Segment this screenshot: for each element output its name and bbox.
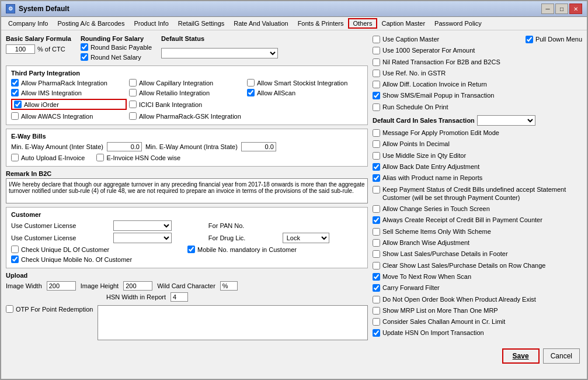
- show-sms-email-checkbox[interactable]: [373, 92, 380, 99]
- allow-change-series-checkbox[interactable]: [373, 205, 380, 213]
- allow-branch-wise-checkbox[interactable]: [373, 239, 380, 247]
- allow-allscan-checkbox[interactable]: [247, 89, 255, 96]
- drug-lic-dropdown[interactable]: Lock: [283, 233, 329, 243]
- allow-branch-wise-row: Allow Branch Wise Adjustment: [373, 239, 582, 247]
- use-caption-master-checkbox[interactable]: [373, 36, 380, 43]
- mobile-mandatory-checkbox[interactable]: [187, 246, 195, 253]
- title-bar-buttons: ─ □ ✕: [541, 4, 582, 14]
- remark-b2c-section: Remark In B2C I/We hereby declare that t…: [6, 170, 368, 203]
- mobile-mandatory-row: Mobile No. mandatory in Customer: [187, 246, 363, 253]
- image-width-input[interactable]: [47, 281, 76, 291]
- upload-section: Upload Image Width Image Height Wild Car…: [6, 272, 368, 302]
- allow-pharmarack-row: Allow PharmaRack Integration: [11, 79, 127, 87]
- eway-title: E-Way Bills: [11, 133, 363, 140]
- cancel-button[interactable]: Cancel: [543, 348, 580, 364]
- allow-pharmarack-checkbox[interactable]: [11, 79, 19, 87]
- allow-capillary-checkbox[interactable]: [129, 79, 137, 87]
- image-width-label: Image Width: [6, 282, 42, 289]
- footer: Save Cancel: [1, 345, 587, 367]
- customer-license-dropdown1[interactable]: [113, 220, 172, 231]
- allow-smart-stockist-checkbox[interactable]: [247, 79, 255, 87]
- pull-down-menu-checkbox[interactable]: [526, 36, 533, 43]
- menu-password-policy[interactable]: Password Policy: [430, 18, 486, 29]
- allow-pharmarack-gsk-checkbox[interactable]: [129, 112, 137, 120]
- image-height-label: Image Height: [81, 282, 119, 289]
- allow-ims-checkbox[interactable]: [11, 89, 19, 96]
- always-create-receipt-checkbox[interactable]: [373, 216, 380, 224]
- clear-show-last-sales-checkbox[interactable]: [373, 262, 380, 270]
- min-intra-input[interactable]: [241, 142, 276, 151]
- otp-textarea[interactable]: [98, 305, 368, 340]
- minimize-button[interactable]: ─: [541, 4, 554, 14]
- for-drug-lic-label: For Drug Lic.: [208, 234, 279, 241]
- hsn-width-input[interactable]: [171, 292, 188, 302]
- einvoice-hsn-checkbox[interactable]: [96, 154, 104, 161]
- check-unique-dl-checkbox[interactable]: [11, 246, 19, 253]
- salary-value-input[interactable]: [6, 44, 35, 54]
- check-unique-mobile-checkbox[interactable]: [11, 255, 19, 263]
- customer-license-label2: Use Customer License: [11, 234, 110, 241]
- allow-iorder-checkbox[interactable]: [14, 101, 22, 108]
- do-not-open-order-checkbox[interactable]: [373, 296, 380, 303]
- alias-product-checkbox[interactable]: [373, 174, 380, 182]
- update-hsn-import-checkbox[interactable]: [373, 329, 380, 337]
- allow-points-decimal-checkbox[interactable]: [373, 140, 380, 148]
- menu-product-info[interactable]: Product Info: [129, 18, 173, 29]
- show-last-sales-checkbox[interactable]: [373, 250, 380, 258]
- round-basic-payable-checkbox[interactable]: [81, 43, 88, 51]
- min-inter-input[interactable]: [107, 142, 142, 151]
- consider-sales-challan-checkbox[interactable]: [373, 318, 380, 326]
- menu-rate-valuation[interactable]: Rate And Valuation: [229, 18, 293, 29]
- allow-awacs-checkbox[interactable]: [11, 112, 19, 120]
- use-1000-sep-checkbox[interactable]: [373, 47, 380, 54]
- menu-company-info[interactable]: Company Info: [4, 18, 53, 29]
- message-apply-promo-label: Message For Apply Promotion Edit Mode: [382, 129, 499, 137]
- show-last-sales-row: Show Last Sales/Purchase Details in Foot…: [373, 250, 582, 258]
- menu-retailg-settings[interactable]: RetailG Settings: [173, 18, 229, 29]
- nil-rated-checkbox[interactable]: [373, 58, 380, 66]
- move-to-next-row-checkbox[interactable]: [373, 273, 380, 281]
- save-button[interactable]: Save: [502, 348, 540, 364]
- default-status-dropdown[interactable]: [161, 48, 278, 58]
- menu-fonts-printers[interactable]: Fonts & Printers: [293, 18, 349, 29]
- run-schedule-checkbox[interactable]: [373, 103, 380, 111]
- always-create-receipt-row: Always Create Receipt of Credit Bill in …: [373, 216, 582, 224]
- maximize-button[interactable]: □: [555, 4, 568, 14]
- message-apply-promo-checkbox[interactable]: [373, 129, 380, 137]
- menu-caption-master[interactable]: Caption Master: [377, 18, 430, 29]
- remark-b2c-textarea[interactable]: I/We hereby declare that though our aggr…: [6, 178, 368, 203]
- allow-smart-stockist-row: Allow Smart Stockist Integration: [247, 79, 363, 87]
- nil-rated-label: Nil Rated Transaction For B2B and B2CS: [382, 58, 500, 66]
- sell-scheme-only-checkbox[interactable]: [373, 228, 380, 236]
- min-intra-label: Min. E-Way Amount (Intra State): [145, 143, 238, 150]
- use-middle-size-checkbox[interactable]: [373, 152, 380, 160]
- allow-points-decimal-label: Allow Points In Decimal: [382, 140, 450, 148]
- default-card-label: Default Card In Sales Transaction: [373, 117, 475, 124]
- allow-iorder-row: Allow iOrder: [11, 99, 127, 110]
- customer-license-dropdown2[interactable]: [113, 233, 172, 243]
- use-caption-master-row: Use Caption Master: [373, 35, 439, 43]
- allow-retailio-checkbox[interactable]: [129, 89, 137, 96]
- default-status-title: Default Status: [161, 35, 368, 42]
- show-mrp-list-checkbox[interactable]: [373, 307, 380, 315]
- icici-bank-checkbox[interactable]: [129, 101, 137, 108]
- auto-upload-einvoice-checkbox[interactable]: [11, 154, 19, 161]
- third-party-title: Third Party Integration: [11, 70, 363, 77]
- show-last-sales-label: Show Last Sales/Purchase Details in Foot…: [382, 250, 508, 258]
- menu-posting-ac[interactable]: Posting A/c & Barcodes: [53, 18, 129, 29]
- carry-forward-filter-checkbox[interactable]: [373, 284, 380, 292]
- default-card-dropdown[interactable]: [477, 115, 535, 126]
- menu-others[interactable]: Others: [348, 18, 377, 29]
- round-net-salary-checkbox[interactable]: [81, 53, 88, 61]
- close-button[interactable]: ✕: [569, 4, 582, 14]
- allow-change-series-row: Allow Change Series in Touch Screen: [373, 205, 582, 213]
- allow-diff-location-label: Allow Diff. Location Invoice in Return: [382, 80, 487, 88]
- round-net-salary-label: Round Net Salary: [91, 54, 141, 61]
- allow-back-date-checkbox[interactable]: [373, 163, 380, 171]
- image-height-input[interactable]: [123, 281, 152, 291]
- allow-diff-location-checkbox[interactable]: [373, 81, 380, 88]
- wildcard-input[interactable]: [220, 281, 238, 291]
- otp-checkbox[interactable]: [6, 305, 13, 313]
- use-ref-no-checkbox[interactable]: [373, 70, 380, 77]
- keep-payment-status-checkbox[interactable]: [373, 186, 380, 194]
